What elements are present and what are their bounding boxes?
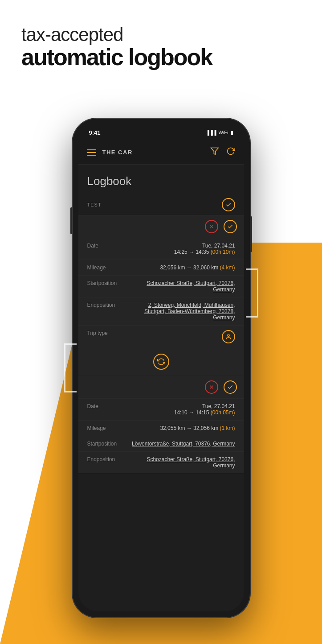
trip-1-confirm-button[interactable] — [224, 220, 237, 233]
hero-text-block: tax-accepted automatic logbook — [21, 25, 212, 70]
phone-screen: 9:41 ▐▐▐ WiFi ▮ THE — [78, 124, 244, 611]
trip-1-mileage-delta: (4 km) — [220, 264, 235, 271]
tagline: tax-accepted — [21, 25, 212, 45]
nav-left: THE CAR — [87, 149, 133, 156]
status-bar: 9:41 ▐▐▐ WiFi ▮ — [78, 124, 244, 140]
trip-2-endpos-value[interactable]: Schozacher Straße, Stuttgart, 70376, Ger… — [127, 456, 235, 469]
trip-2-confirm-button[interactable] — [224, 380, 237, 394]
trip-1-endpos-label: Endposition — [87, 302, 127, 308]
trip-1-triptype-label: Trip type — [87, 330, 127, 336]
section-label: TEST — [78, 194, 244, 215]
trip-1-sync-row — [78, 348, 244, 376]
trip-1-mileage-label: Mileage — [87, 264, 127, 271]
hamburger-line-2 — [87, 152, 96, 153]
trip-2-duration: (00h 05m) — [211, 409, 235, 416]
phone-outer-frame: 9:41 ▐▐▐ WiFi ▮ THE — [72, 118, 250, 618]
sync-icon-button[interactable] — [153, 354, 169, 370]
trip-2-cancel-button[interactable] — [205, 380, 218, 394]
trip-1-mileage-row: Mileage 32,056 km → 32,060 km (4 km) — [78, 260, 244, 276]
phone-mockup: 9:41 ▐▐▐ WiFi ▮ THE — [72, 118, 250, 618]
trip-2-startpos-row: Startposition Löwentorstraße, Stuttgart,… — [78, 436, 244, 452]
nav-bar: THE CAR — [78, 140, 244, 165]
hero-section: tax-accepted automatic logbook 9:41 ▐▐▐ … — [0, 0, 322, 644]
trip-2-date: Tue, 27.04.21 — [127, 403, 235, 409]
hamburger-line-1 — [87, 149, 96, 150]
menu-button[interactable] — [87, 149, 96, 156]
trip-1-date: Tue, 27.04.21 — [127, 243, 235, 249]
trip-1-triptype-row: Trip type — [78, 326, 244, 348]
refresh-icon[interactable] — [226, 147, 235, 158]
trip-card-1-header — [78, 215, 244, 238]
trip-1-mileage-value: 32,056 km → 32,060 km (4 km) — [127, 264, 235, 271]
trip-card-2-header — [78, 376, 244, 399]
bracket-right-decoration — [246, 268, 258, 318]
wifi-icon: WiFi — [219, 130, 228, 135]
trip-2-date-label: Date — [87, 403, 127, 409]
trip-2-mileage-label: Mileage — [87, 425, 127, 431]
trip-2-endpos-row: Endposition Schozacher Straße, Stuttgart… — [78, 452, 244, 473]
trip-2-mileage-row: Mileage 32,055 km → 32,056 km (1 km) — [78, 421, 244, 436]
trip-1-startpos-label: Startposition — [87, 280, 127, 286]
trip-1-time: 14:25 → 14:35 (00h 10m) — [127, 249, 235, 255]
status-time: 9:41 — [89, 129, 101, 136]
trip-1-date-value: Tue, 27.04.21 14:25 → 14:35 (00h 10m) — [127, 243, 235, 255]
trip-2-date-value: Tue, 27.04.21 14:10 → 14:15 (00h 05m) — [127, 403, 235, 416]
screen-content[interactable]: Logbook TEST — [78, 165, 244, 611]
trip-card-1: Date Tue, 27.04.21 14:25 → 14:35 (00h 10… — [78, 215, 244, 376]
trip-1-startpos-value[interactable]: Schozacher Straße, Stuttgart, 70376, Ger… — [127, 280, 235, 293]
trip-1-date-row: Date Tue, 27.04.21 14:25 → 14:35 (00h 10… — [78, 238, 244, 260]
trip-card-2: Date Tue, 27.04.21 14:10 → 14:15 (00h 05… — [78, 376, 244, 474]
trip-1-startpos-row: Startposition Schozacher Straße, Stuttga… — [78, 276, 244, 297]
bracket-left-decoration — [64, 343, 77, 392]
trip-1-cancel-button[interactable] — [205, 220, 218, 233]
logbook-title: Logbook — [87, 174, 132, 188]
trip-2-mileage-delta: (1 km) — [220, 425, 235, 431]
trip-2-mileage-value: 32,055 km → 32,056 km (1 km) — [127, 425, 235, 431]
trip-2-date-row: Date Tue, 27.04.21 14:10 → 14:15 (00h 05… — [78, 399, 244, 421]
trip-1-endpos-value[interactable]: 2, Störweg, Mönchfeld, Mühlhausen, Stutt… — [127, 302, 235, 321]
filter-icon[interactable] — [210, 147, 219, 158]
trip-1-triptype-person-icon[interactable] — [222, 330, 235, 343]
trip-1-duration: (00h 10m) — [211, 249, 235, 255]
battery-icon: ▮ — [231, 130, 233, 136]
logbook-header: Logbook — [78, 165, 244, 194]
hamburger-line-3 — [87, 155, 96, 156]
trip-2-startpos-value[interactable]: Löwentorstraße, Stuttgart, 70376, German… — [127, 441, 235, 447]
trip-1-endpos-row: Endposition 2, Störweg, Mönchfeld, Mühlh… — [78, 297, 244, 326]
section-label-text: TEST — [87, 202, 102, 207]
trip-1-date-label: Date — [87, 243, 127, 249]
main-title: automatic logbook — [21, 45, 212, 70]
svg-marker-0 — [211, 148, 218, 155]
trip-2-time: 14:10 → 14:15 (00h 05m) — [127, 409, 235, 416]
nav-right — [210, 147, 235, 158]
nav-title: THE CAR — [102, 149, 133, 156]
section-confirm-button[interactable] — [222, 198, 235, 211]
signal-icon: ▐▐▐ — [206, 130, 216, 135]
trip-2-startpos-label: Startposition — [87, 441, 127, 447]
svg-point-3 — [227, 334, 229, 337]
status-icons: ▐▐▐ WiFi ▮ — [206, 130, 233, 136]
trip-2-endpos-label: Endposition — [87, 456, 127, 462]
